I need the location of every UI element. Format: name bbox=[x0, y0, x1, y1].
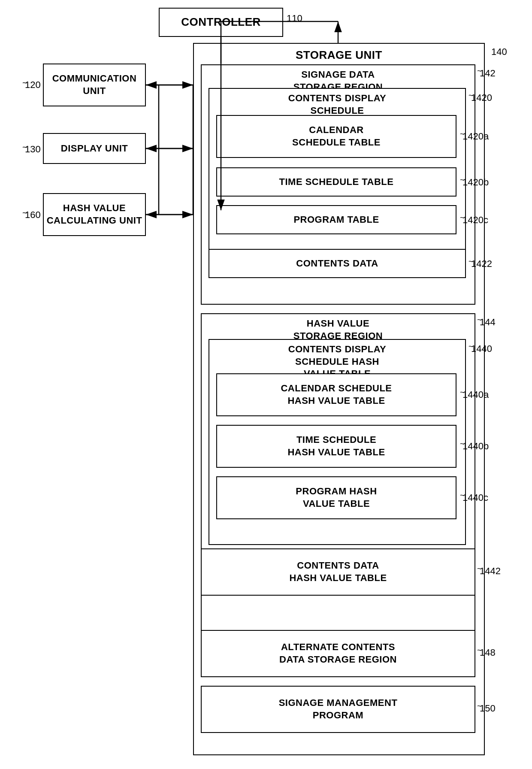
time-schedule-hash-table: TIME SCHEDULEHASH VALUE TABLE bbox=[216, 425, 456, 468]
contents-data: CONTENTS DATA bbox=[209, 249, 466, 278]
program-hash-table: PROGRAM HASHVALUE TABLE bbox=[216, 476, 456, 519]
alternate-contents-ref: 148 bbox=[480, 647, 496, 658]
signage-mgmt-program: SIGNAGE MANAGEMENTPROGRAM bbox=[201, 686, 475, 733]
time-schedule-hash-ref: 1440b bbox=[462, 441, 489, 452]
program-table-ref: 1420c bbox=[462, 215, 488, 226]
display-unit-box: DISPLAY UNIT bbox=[43, 133, 146, 164]
contents-data-hash-ref: 1442 bbox=[480, 566, 501, 577]
program-hash-ref: 1440c bbox=[462, 492, 488, 503]
controller-ref: 110 bbox=[287, 13, 302, 24]
calendar-schedule-hash-table: CALENDAR SCHEDULEHASH VALUE TABLE bbox=[216, 373, 456, 416]
contents-display-hash-ref: 1440 bbox=[471, 343, 492, 354]
hash-value-region-ref: 144 bbox=[480, 317, 496, 328]
program-table: PROGRAM TABLE bbox=[216, 205, 456, 234]
hash-calc-box: HASH VALUECALCULATING UNIT bbox=[43, 193, 146, 236]
storage-unit-ref: 140 bbox=[491, 46, 507, 58]
comm-unit-box: COMMUNICATIONUNIT bbox=[43, 64, 146, 106]
contents-display-ref: 1420 bbox=[471, 92, 492, 103]
signage-mgmt-ref: 150 bbox=[480, 703, 496, 714]
time-schedule-table: TIME SCHEDULE TABLE bbox=[216, 167, 456, 197]
calendar-schedule-ref: 1420a bbox=[462, 131, 489, 142]
alternate-contents-region: ALTERNATE CONTENTSDATA STORAGE REGION bbox=[201, 630, 475, 677]
calendar-hash-ref: 1440a bbox=[462, 389, 489, 400]
contents-data-hash-table: CONTENTS DATAHASH VALUE TABLE bbox=[201, 548, 475, 596]
signage-data-ref: 142 bbox=[480, 68, 496, 79]
calendar-schedule-table: CALENDARSCHEDULE TABLE bbox=[216, 115, 456, 158]
diagram: CONTROLLER 110 COMMUNICATIONUNIT 120 ~ D… bbox=[0, 0, 532, 769]
controller-box: CONTROLLER bbox=[159, 8, 283, 37]
contents-data-ref: 1422 bbox=[471, 258, 492, 269]
time-schedule-ref: 1420b bbox=[462, 177, 489, 188]
